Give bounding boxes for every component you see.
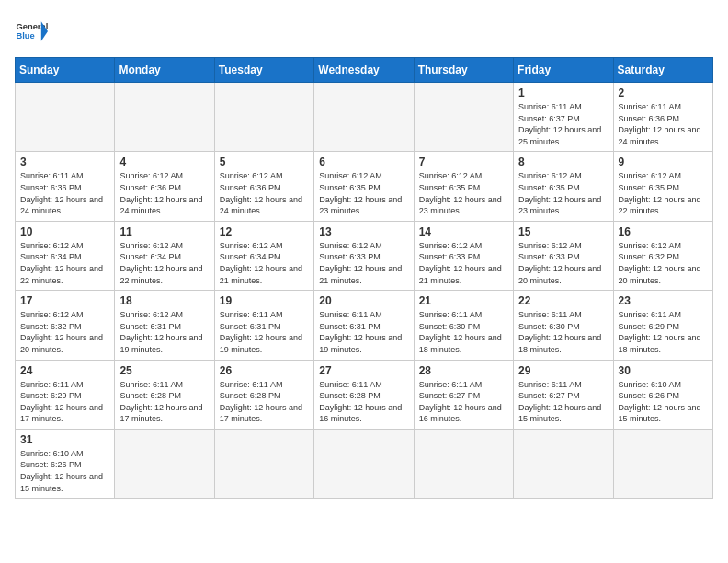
calendar-day-cell: 14Sunrise: 6:12 AM Sunset: 6:33 PM Dayli… (414, 221, 513, 290)
calendar-col-header: Thursday (414, 58, 513, 83)
calendar-col-header: Sunday (16, 58, 115, 83)
day-number: 14 (419, 225, 508, 238)
calendar-day-cell: 29Sunrise: 6:11 AM Sunset: 6:27 PM Dayli… (514, 360, 613, 429)
day-info: Sunrise: 6:11 AM Sunset: 6:29 PM Dayligh… (619, 309, 708, 355)
calendar-day-cell: 1Sunrise: 6:11 AM Sunset: 6:37 PM Daylig… (514, 83, 613, 152)
calendar-day-cell: 26Sunrise: 6:11 AM Sunset: 6:28 PM Dayli… (214, 360, 313, 429)
calendar-day-cell (414, 429, 513, 498)
calendar-day-cell (314, 83, 414, 152)
calendar-day-cell: 10Sunrise: 6:12 AM Sunset: 6:34 PM Dayli… (16, 221, 115, 290)
day-number: 24 (20, 364, 109, 377)
day-info: Sunrise: 6:11 AM Sunset: 6:31 PM Dayligh… (220, 309, 309, 355)
calendar-day-cell: 31Sunrise: 6:10 AM Sunset: 6:26 PM Dayli… (16, 429, 115, 498)
calendar-day-cell (514, 429, 613, 498)
calendar-day-cell: 17Sunrise: 6:12 AM Sunset: 6:32 PM Dayli… (16, 291, 115, 360)
calendar-day-cell (214, 429, 313, 498)
day-number: 4 (119, 155, 209, 168)
calendar-day-cell (613, 429, 712, 498)
day-info: Sunrise: 6:11 AM Sunset: 6:30 PM Dayligh… (518, 309, 608, 355)
day-number: 31 (20, 433, 109, 446)
calendar-col-header: Tuesday (214, 58, 313, 83)
day-number: 1 (518, 86, 608, 99)
day-number: 29 (518, 364, 608, 377)
day-info: Sunrise: 6:12 AM Sunset: 6:35 PM Dayligh… (619, 170, 708, 216)
day-info: Sunrise: 6:12 AM Sunset: 6:34 PM Dayligh… (119, 240, 209, 286)
day-info: Sunrise: 6:12 AM Sunset: 6:33 PM Dayligh… (319, 240, 408, 286)
day-number: 3 (20, 155, 109, 168)
calendar-week-row: 31Sunrise: 6:10 AM Sunset: 6:26 PM Dayli… (16, 429, 713, 498)
logo: General Blue (15, 15, 48, 48)
calendar-day-cell (115, 83, 214, 152)
calendar-day-cell: 25Sunrise: 6:11 AM Sunset: 6:28 PM Dayli… (115, 360, 214, 429)
day-info: Sunrise: 6:12 AM Sunset: 6:36 PM Dayligh… (220, 170, 309, 216)
day-info: Sunrise: 6:11 AM Sunset: 6:28 PM Dayligh… (119, 379, 209, 425)
day-info: Sunrise: 6:12 AM Sunset: 6:35 PM Dayligh… (518, 170, 608, 216)
calendar-week-row: 17Sunrise: 6:12 AM Sunset: 6:32 PM Dayli… (16, 291, 713, 360)
page-header: General Blue (15, 15, 713, 48)
calendar-day-cell: 30Sunrise: 6:10 AM Sunset: 6:26 PM Dayli… (613, 360, 712, 429)
day-info: Sunrise: 6:12 AM Sunset: 6:34 PM Dayligh… (20, 240, 109, 286)
day-info: Sunrise: 6:11 AM Sunset: 6:30 PM Dayligh… (419, 309, 508, 355)
day-info: Sunrise: 6:12 AM Sunset: 6:32 PM Dayligh… (20, 309, 109, 355)
svg-text:Blue: Blue (16, 31, 34, 40)
calendar-day-cell: 8Sunrise: 6:12 AM Sunset: 6:35 PM Daylig… (514, 152, 613, 221)
day-number: 23 (619, 294, 708, 307)
day-info: Sunrise: 6:11 AM Sunset: 6:37 PM Dayligh… (518, 101, 608, 147)
day-number: 21 (419, 294, 508, 307)
calendar-week-row: 3Sunrise: 6:11 AM Sunset: 6:36 PM Daylig… (16, 152, 713, 221)
calendar-day-cell (314, 429, 414, 498)
day-number: 13 (319, 225, 408, 238)
calendar-day-cell: 2Sunrise: 6:11 AM Sunset: 6:36 PM Daylig… (613, 83, 712, 152)
day-number: 12 (220, 225, 309, 238)
calendar-day-cell: 15Sunrise: 6:12 AM Sunset: 6:33 PM Dayli… (514, 221, 613, 290)
calendar-day-cell: 11Sunrise: 6:12 AM Sunset: 6:34 PM Dayli… (115, 221, 214, 290)
calendar-day-cell: 27Sunrise: 6:11 AM Sunset: 6:28 PM Dayli… (314, 360, 414, 429)
day-info: Sunrise: 6:11 AM Sunset: 6:28 PM Dayligh… (220, 379, 309, 425)
day-info: Sunrise: 6:12 AM Sunset: 6:31 PM Dayligh… (119, 309, 209, 355)
day-number: 19 (220, 294, 309, 307)
day-info: Sunrise: 6:12 AM Sunset: 6:33 PM Dayligh… (419, 240, 508, 286)
day-info: Sunrise: 6:11 AM Sunset: 6:28 PM Dayligh… (319, 379, 408, 425)
calendar-day-cell (414, 83, 513, 152)
day-info: Sunrise: 6:12 AM Sunset: 6:32 PM Dayligh… (619, 240, 708, 286)
day-number: 30 (619, 364, 708, 377)
calendar-day-cell (16, 83, 115, 152)
calendar-col-header: Saturday (613, 58, 712, 83)
calendar-week-row: 24Sunrise: 6:11 AM Sunset: 6:29 PM Dayli… (16, 360, 713, 429)
day-info: Sunrise: 6:12 AM Sunset: 6:34 PM Dayligh… (220, 240, 309, 286)
day-number: 20 (319, 294, 408, 307)
day-info: Sunrise: 6:10 AM Sunset: 6:26 PM Dayligh… (619, 379, 708, 425)
day-number: 7 (419, 155, 508, 168)
day-info: Sunrise: 6:12 AM Sunset: 6:33 PM Dayligh… (518, 240, 608, 286)
calendar-day-cell: 7Sunrise: 6:12 AM Sunset: 6:35 PM Daylig… (414, 152, 513, 221)
day-number: 25 (119, 364, 209, 377)
day-number: 15 (518, 225, 608, 238)
day-number: 27 (319, 364, 408, 377)
calendar-day-cell: 6Sunrise: 6:12 AM Sunset: 6:35 PM Daylig… (314, 152, 414, 221)
calendar-day-cell: 23Sunrise: 6:11 AM Sunset: 6:29 PM Dayli… (613, 291, 712, 360)
calendar-day-cell: 12Sunrise: 6:12 AM Sunset: 6:34 PM Dayli… (214, 221, 313, 290)
calendar-week-row: 1Sunrise: 6:11 AM Sunset: 6:37 PM Daylig… (16, 83, 713, 152)
calendar-day-cell: 9Sunrise: 6:12 AM Sunset: 6:35 PM Daylig… (613, 152, 712, 221)
day-number: 26 (220, 364, 309, 377)
calendar-header-row: SundayMondayTuesdayWednesdayThursdayFrid… (16, 58, 713, 83)
calendar-day-cell: 28Sunrise: 6:11 AM Sunset: 6:27 PM Dayli… (414, 360, 513, 429)
day-info: Sunrise: 6:12 AM Sunset: 6:35 PM Dayligh… (419, 170, 508, 216)
calendar-day-cell (115, 429, 214, 498)
day-info: Sunrise: 6:11 AM Sunset: 6:36 PM Dayligh… (619, 101, 708, 147)
day-number: 22 (518, 294, 608, 307)
calendar-day-cell: 20Sunrise: 6:11 AM Sunset: 6:31 PM Dayli… (314, 291, 414, 360)
day-number: 28 (419, 364, 508, 377)
day-info: Sunrise: 6:12 AM Sunset: 6:35 PM Dayligh… (319, 170, 408, 216)
day-number: 18 (119, 294, 209, 307)
day-info: Sunrise: 6:10 AM Sunset: 6:26 PM Dayligh… (20, 448, 109, 494)
calendar-day-cell: 22Sunrise: 6:11 AM Sunset: 6:30 PM Dayli… (514, 291, 613, 360)
calendar-day-cell: 21Sunrise: 6:11 AM Sunset: 6:30 PM Dayli… (414, 291, 513, 360)
calendar-day-cell: 19Sunrise: 6:11 AM Sunset: 6:31 PM Dayli… (214, 291, 313, 360)
day-number: 10 (20, 225, 109, 238)
day-info: Sunrise: 6:11 AM Sunset: 6:27 PM Dayligh… (419, 379, 508, 425)
calendar-day-cell: 24Sunrise: 6:11 AM Sunset: 6:29 PM Dayli… (16, 360, 115, 429)
day-number: 16 (619, 225, 708, 238)
day-number: 2 (619, 86, 708, 99)
calendar-week-row: 10Sunrise: 6:12 AM Sunset: 6:34 PM Dayli… (16, 221, 713, 290)
